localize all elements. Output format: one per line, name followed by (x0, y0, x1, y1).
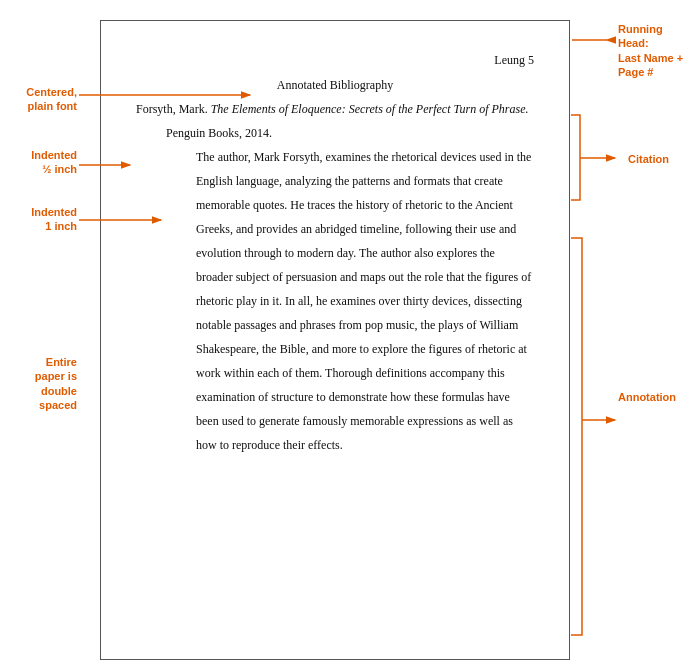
page-wrapper: Leung 5 Annotated Bibliography Forsyth, … (0, 0, 700, 669)
citation-author: Forsyth, Mark. (136, 102, 208, 116)
citation-block: Forsyth, Mark. The Elements of Eloquence… (136, 97, 534, 145)
label-annotation: Annotation (618, 390, 698, 404)
citation-rest: Penguin Books, 2014. (166, 126, 272, 140)
paper-title: Annotated Bibliography (136, 73, 534, 97)
label-half-inch: Indented½ inch (2, 148, 77, 177)
label-double-spaced: Entirepaper isdoublespaced (2, 355, 77, 412)
paper-header: Leung 5 (136, 51, 534, 69)
annotation-block: The author, Mark Forsyth, examines the r… (136, 145, 534, 457)
label-running-head: RunningHead:Last Name +Page # (618, 22, 698, 79)
header-text: Leung 5 (494, 53, 534, 67)
label-one-inch: Indented1 inch (2, 205, 77, 234)
paper-document: Leung 5 Annotated Bibliography Forsyth, … (100, 20, 570, 660)
label-citation: Citation (628, 152, 698, 166)
label-centered: Centered,plain font (2, 85, 77, 114)
citation-title: The Elements of Eloquence: Secrets of th… (211, 102, 529, 116)
